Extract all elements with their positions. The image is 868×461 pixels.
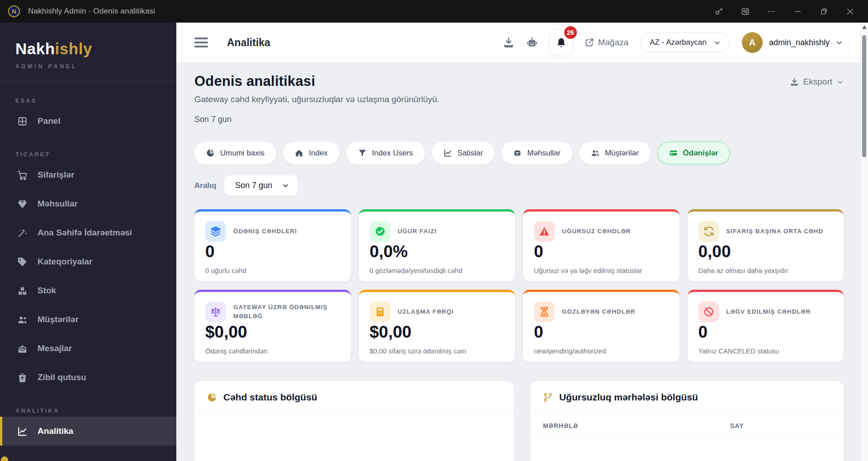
brand: Nakhishly ADMIN PANEL — [0, 23, 176, 82]
minimize-button[interactable] — [788, 4, 807, 19]
chevron-down-icon — [837, 79, 844, 85]
wand-icon — [17, 228, 28, 238]
pie-icon — [207, 392, 217, 402]
chart-line-icon — [17, 426, 28, 437]
stat-value: 0 — [534, 242, 669, 261]
window-title: Nakhishly Admin - Odenis analitikasi — [28, 7, 155, 16]
notification-badge: 26 — [563, 25, 578, 40]
stat-value: 0,00 — [698, 242, 833, 261]
stat-card-ugur-faizi: UĞUR FAIZI 0,0% 0 gözləmədə/yeni/təsdiql… — [359, 209, 515, 282]
main-area: Analitika 26 Mağaza AZ - Azərbaycan — [176, 23, 868, 461]
funnel-icon — [358, 149, 367, 157]
chevron-down-icon — [714, 39, 721, 46]
sidebar: Nakhishly ADMIN PANEL ESAS Panel TICARET… — [0, 23, 176, 461]
stat-value: $0,00 — [370, 323, 505, 342]
range-select[interactable]: Son 7 gun — [224, 175, 298, 196]
failure-table-header: MƏRHƏLƏ SAY — [530, 414, 844, 438]
user-menu[interactable]: A admin_nakhishly — [742, 32, 843, 53]
sidebar-item-sifarisler[interactable]: Sifarişlər — [0, 160, 176, 189]
stat-value: 0,0% — [370, 242, 505, 261]
tab-index[interactable]: Index — [283, 141, 340, 165]
header-title: Analitika — [227, 37, 270, 49]
bot-icon[interactable] — [526, 37, 538, 48]
tab-index-users[interactable]: Index Users — [346, 141, 425, 165]
tab-umumi-baxis[interactable]: Umumi baxis — [194, 141, 276, 165]
column-merhele: MƏRHƏLƏ — [543, 422, 730, 429]
restore-button[interactable] — [814, 4, 834, 19]
sidebar-item-stok[interactable]: Stok — [0, 276, 176, 305]
chevron-down-icon — [836, 39, 843, 46]
sidebar-item-panel[interactable]: Panel — [0, 107, 176, 136]
top-header: Analitika 26 Mağaza AZ - Azərbaycan — [176, 23, 868, 62]
sidebar-item-analitika[interactable]: Analitika — [0, 417, 176, 446]
user-name: admin_nakhishly — [769, 38, 830, 47]
page-title: Odenis analitikasi — [194, 73, 439, 89]
tab-musteriler[interactable]: Müştərilər — [579, 141, 651, 165]
chevron-down-icon — [282, 182, 289, 189]
stat-card-legv-edilmis-cehdler: LƏĞV EDILMIŞ CƏHDLƏR 0 Yalnız CANCELED s… — [688, 290, 844, 362]
language-select[interactable]: AZ - Azərbaycan — [640, 33, 730, 52]
stat-value: 0 — [205, 242, 340, 261]
gold-dot — [1, 456, 8, 461]
vertical-scrollbar[interactable] — [860, 23, 868, 461]
more-options-icon[interactable] — [761, 4, 781, 19]
sidebar-item-kateqoriyalar[interactable]: Kateqoriyalar — [0, 247, 176, 276]
stat-card-gateway-odenilmis-mebleg: GATEWAY ÜZRƏ ÖDƏNILMIŞ MƏBLƏĞ $0,00 Ödən… — [194, 290, 351, 362]
range-label: Aralıq — [194, 181, 216, 190]
panel-ugursuzluq-merhelesi-bolgusu: Uğursuzluq mərhələsi bölgüsü MƏRHƏLƏ SAY — [530, 381, 844, 461]
grid-icon — [17, 116, 28, 127]
pie-icon — [206, 149, 215, 157]
stat-card-uzlasma-ferqi: UZLAŞMA FƏRQI $0,00 $0,00 sifariş üzrə ö… — [359, 290, 515, 362]
stat-value: $0,00 — [205, 323, 340, 342]
sidebar-item-mesajlar[interactable]: Mesajlar — [0, 334, 176, 363]
tab-odenisler[interactable]: Ödənişlər — [657, 141, 730, 165]
sidebar-item-mehsullar[interactable]: Məhsullar — [0, 189, 176, 218]
stat-value: 0 — [698, 323, 833, 342]
tab-mehsullar[interactable]: Məhsullar — [501, 141, 572, 165]
scale-icon — [210, 306, 221, 317]
check-circle-icon — [375, 226, 386, 237]
trash-restore-icon — [17, 372, 28, 383]
stat-value: 0 — [534, 323, 669, 342]
avatar: A — [742, 32, 763, 53]
refresh-icon — [703, 226, 714, 237]
sidebar-item-zibil-qutusu[interactable]: Zibil qutusu — [0, 363, 176, 392]
panel-cehd-status-bolgusu: Cəhd status bölgüsü — [194, 381, 514, 461]
export-button[interactable]: Eksport — [790, 77, 844, 87]
section-label-esas: ESAS — [15, 97, 176, 104]
store-link[interactable]: Mağaza — [585, 38, 629, 47]
external-link-icon — [585, 38, 594, 47]
gem-icon — [17, 199, 28, 209]
page-content: Odenis analitikasi Gateway cəhd keyfiyyə… — [176, 62, 868, 461]
tag-icon — [17, 257, 28, 267]
chart-line-icon — [443, 149, 452, 157]
download-icon[interactable] — [503, 37, 514, 48]
tab-satislar[interactable]: Satislar — [432, 141, 495, 165]
menu-toggle-button[interactable] — [194, 38, 208, 47]
brand-subtitle: ADMIN PANEL — [15, 63, 161, 70]
stat-cards: ÖDƏNIŞ CƏHDLERI 0 0 uğurlu cəhd UĞUR FAI… — [194, 209, 844, 362]
close-button[interactable] — [840, 4, 860, 19]
layers-icon — [210, 226, 221, 237]
mail-icon — [17, 343, 28, 354]
sidebar-item-musteriler[interactable]: Müştərilər — [0, 305, 176, 334]
stat-card-ugursuz-cehdler: UĞURSUZ CƏHDLƏR 0 Uğursuz və ya ləğv edi… — [523, 209, 679, 282]
hourglass-icon — [539, 306, 550, 317]
page-subtitle: Gateway cəhd keyfiyyəti, uğursuzluqlar v… — [194, 94, 439, 104]
key-icon[interactable] — [709, 4, 729, 19]
sidebar-item-ana-sehife[interactable]: Ana Səhifə İdarəetməsi — [0, 218, 176, 247]
scrollbar-thumb[interactable] — [862, 35, 866, 157]
users-icon — [591, 149, 599, 157]
app-logo-icon: N — [8, 5, 20, 17]
cart-icon — [17, 170, 28, 180]
stat-card-gozleyen-cehdler: GÖZLƏYƏN CƏHDLƏR 0 new/pending/authorize… — [523, 290, 679, 362]
notifications-button[interactable]: 26 — [550, 29, 573, 56]
scroll-up-icon[interactable] — [862, 25, 867, 29]
stat-card-sifaris-basina-orta-cehd: SIFARIŞ BAŞINA ORTA CƏHD 0,00 Daha az ol… — [688, 209, 844, 282]
preview-window-icon[interactable] — [735, 4, 755, 19]
section-label-analitika: ANALITIKA — [15, 407, 176, 414]
window-titlebar: N Nakhishly Admin - Odenis analitikasi — [0, 0, 868, 23]
analytics-tabs: Umumi baxis Index Index Users Satislar M… — [194, 141, 844, 165]
period-note: Son 7 gun — [194, 115, 439, 124]
package-icon — [513, 149, 522, 157]
